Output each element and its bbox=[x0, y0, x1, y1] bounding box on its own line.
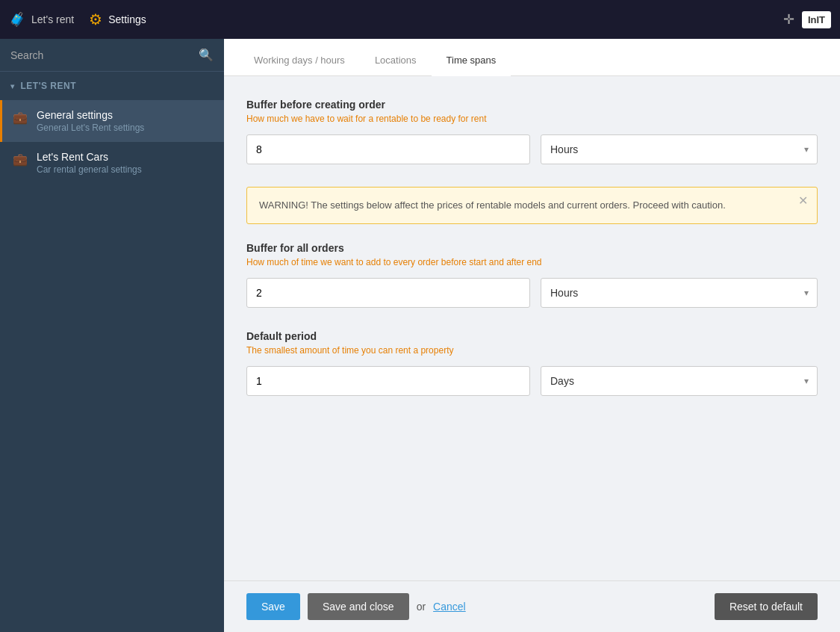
topnav-right: ✛ InIT bbox=[783, 11, 831, 28]
buffer-before-title: Buffer before creating order bbox=[246, 99, 818, 111]
tab-working-days[interactable]: Working days / hours bbox=[239, 46, 360, 76]
search-input[interactable] bbox=[10, 49, 199, 61]
default-period-section: Default period The smallest amount of ti… bbox=[246, 330, 818, 396]
buffer-before-section: Buffer before creating order How much we… bbox=[246, 99, 818, 164]
buffer-before-unit-select[interactable]: Hours Minutes Days bbox=[541, 134, 818, 164]
save-and-close-button[interactable]: Save and close bbox=[308, 593, 409, 620]
sidebar-item-general-settings[interactable]: 💼 General settings General Let's Rent se… bbox=[0, 100, 224, 142]
save-button[interactable]: Save bbox=[246, 593, 300, 620]
gear-icon: ⚙ bbox=[89, 10, 102, 28]
sidebar-item-subtitle-2: Car rental general settings bbox=[37, 164, 142, 175]
content-scroll: Buffer before creating order How much we… bbox=[224, 76, 840, 580]
buffer-before-unit-wrap: Hours Minutes Days ▾ bbox=[541, 134, 818, 164]
settings-label: Settings bbox=[108, 13, 146, 25]
default-period-desc: The smallest amount of time you can rent… bbox=[246, 345, 818, 356]
brand-link[interactable]: 🧳 Let's rent bbox=[9, 11, 74, 28]
buffer-before-row: Hours Minutes Days ▾ bbox=[246, 134, 818, 164]
sidebar: 🔍 ▾ LET'S RENT 💼 General settings Genera… bbox=[0, 39, 224, 632]
content-area: Working days / hours Locations Time span… bbox=[224, 39, 840, 632]
brand-label: Let's rent bbox=[31, 13, 74, 25]
sidebar-item-title-2: Let's Rent Cars bbox=[37, 151, 142, 163]
reset-to-default-button[interactable]: Reset to default bbox=[715, 593, 818, 620]
default-period-row: Days Hours Minutes ▾ bbox=[246, 366, 818, 396]
top-navbar: 🧳 Let's rent ⚙ Settings ✛ InIT bbox=[0, 0, 840, 39]
default-period-unit-wrap: Days Hours Minutes ▾ bbox=[541, 366, 818, 396]
buffer-all-section: Buffer for all orders How much of time w… bbox=[246, 242, 818, 308]
tabs-bar: Working days / hours Locations Time span… bbox=[224, 39, 840, 76]
warning-close-button[interactable]: ✕ bbox=[798, 195, 808, 207]
buffer-all-unit-wrap: Hours Minutes Days ▾ bbox=[541, 278, 818, 308]
topnav-left: 🧳 Let's rent ⚙ Settings bbox=[9, 10, 146, 28]
search-box: 🔍 bbox=[0, 39, 224, 72]
or-text: or bbox=[417, 601, 426, 613]
default-period-input[interactable] bbox=[246, 366, 530, 396]
briefcase-icon: 🧳 bbox=[9, 11, 25, 28]
search-icon-button[interactable]: 🔍 bbox=[199, 48, 214, 62]
buffer-before-desc: How much we have to wait for a rentable … bbox=[246, 114, 818, 124]
buffer-all-input[interactable] bbox=[246, 278, 530, 308]
buffer-all-unit-select[interactable]: Hours Minutes Days bbox=[541, 278, 818, 308]
briefcase-icon-2: 💼 bbox=[13, 152, 28, 167]
warning-text: WARNING! The settings below affect the p… bbox=[259, 199, 726, 211]
sidebar-item-title: General settings bbox=[37, 109, 144, 121]
buffer-all-title: Buffer for all orders bbox=[246, 242, 818, 254]
crosshair-icon[interactable]: ✛ bbox=[783, 11, 794, 28]
settings-link[interactable]: ⚙ Settings bbox=[89, 10, 146, 28]
buffer-before-input[interactable] bbox=[246, 134, 530, 164]
tab-locations[interactable]: Locations bbox=[360, 46, 432, 76]
chevron-down-icon: ▾ bbox=[10, 82, 15, 90]
briefcase-icon: 💼 bbox=[13, 111, 28, 125]
sidebar-section-header[interactable]: ▾ LET'S RENT bbox=[0, 72, 224, 100]
sidebar-item-subtitle: General Let's Rent settings bbox=[37, 123, 144, 133]
buffer-all-row: Hours Minutes Days ▾ bbox=[246, 278, 818, 308]
bottom-bar: Save Save and close or Cancel Reset to d… bbox=[224, 580, 840, 632]
default-period-unit-select[interactable]: Days Hours Minutes bbox=[541, 366, 818, 396]
main-layout: 🔍 ▾ LET'S RENT 💼 General settings Genera… bbox=[0, 39, 840, 632]
sidebar-section-label: LET'S RENT bbox=[21, 81, 77, 91]
cancel-button[interactable]: Cancel bbox=[433, 601, 466, 613]
buffer-all-desc: How much of time we want to add to every… bbox=[246, 257, 818, 267]
tab-time-spans[interactable]: Time spans bbox=[432, 46, 511, 76]
warning-box: WARNING! The settings below affect the p… bbox=[246, 187, 818, 224]
avatar[interactable]: InIT bbox=[802, 11, 831, 28]
default-period-title: Default period bbox=[246, 330, 818, 342]
sidebar-item-lets-rent-cars[interactable]: 💼 Let's Rent Cars Car rental general set… bbox=[0, 142, 224, 184]
